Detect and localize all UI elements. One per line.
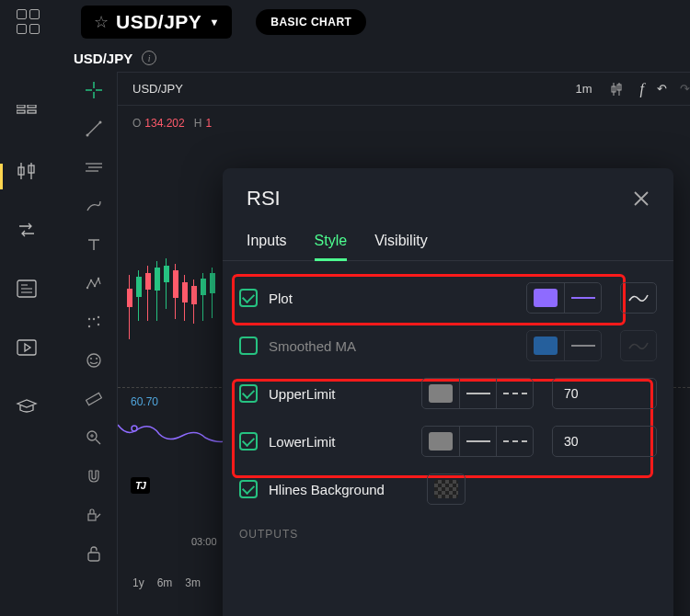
pattern-tool-icon[interactable] bbox=[85, 274, 103, 292]
left-nav bbox=[0, 72, 53, 614]
tab-inputs[interactable]: Inputs bbox=[247, 223, 287, 260]
svg-rect-2 bbox=[17, 110, 25, 113]
smoothed-style-picker[interactable] bbox=[620, 330, 657, 361]
row-upperlimit: UpperLimit bbox=[239, 370, 657, 417]
basic-chart-button[interactable]: BASIC CHART bbox=[256, 9, 366, 35]
svg-line-37 bbox=[96, 439, 100, 444]
svg-point-29 bbox=[97, 324, 98, 325]
rsi-settings-dialog: RSI Inputs Style Visibility Plot bbox=[223, 168, 673, 616]
chevron-down-icon: ▼ bbox=[209, 17, 219, 28]
redo-icon[interactable]: ↷ bbox=[680, 82, 690, 96]
row-lowerlimit: LowerLimit bbox=[239, 417, 657, 465]
ruler-tool-icon[interactable] bbox=[85, 390, 103, 408]
checkbox-upper[interactable] bbox=[239, 384, 258, 403]
timeframe-selector[interactable]: 1y6m3m bbox=[118, 576, 201, 589]
svg-point-31 bbox=[97, 316, 98, 318]
dialog-title: RSI bbox=[247, 187, 281, 211]
timeframe-label[interactable]: 1m bbox=[575, 82, 592, 96]
emoji-tool-icon[interactable] bbox=[85, 351, 103, 370]
svg-rect-1 bbox=[28, 105, 36, 108]
lower-color-line-picker[interactable] bbox=[421, 426, 534, 457]
lock-tool-icon[interactable] bbox=[85, 544, 103, 563]
svg-rect-12 bbox=[17, 340, 36, 355]
svg-rect-0 bbox=[17, 105, 25, 108]
label-hlines: Hlines Background bbox=[269, 482, 416, 497]
label-lower: LowerLimit bbox=[269, 434, 388, 450]
drawing-toolbar bbox=[70, 72, 118, 614]
ohlc-readout: O134.202 H1 bbox=[118, 106, 690, 141]
text-tool-icon[interactable] bbox=[85, 235, 103, 254]
trendline-tool-icon[interactable] bbox=[85, 120, 103, 138]
row-smoothed: Smoothed MA bbox=[239, 322, 657, 370]
svg-point-46 bbox=[132, 426, 137, 431]
tradingview-logo[interactable]: TJ bbox=[131, 477, 150, 494]
nav-watchlist-icon[interactable] bbox=[16, 101, 38, 123]
checkbox-plot[interactable] bbox=[239, 289, 258, 307]
crosshair-tool-icon[interactable] bbox=[85, 81, 103, 99]
row-hlines: Hlines Background bbox=[239, 465, 657, 513]
svg-point-25 bbox=[93, 285, 95, 287]
symbol-selector[interactable]: ☆ USD/JPY ▼ bbox=[81, 6, 232, 39]
checkbox-hlines[interactable] bbox=[239, 480, 258, 498]
upper-color-line-picker[interactable] bbox=[421, 378, 534, 409]
color-swatch-icon[interactable] bbox=[534, 337, 558, 355]
svg-rect-41 bbox=[88, 553, 99, 561]
row-plot: Plot bbox=[239, 274, 657, 322]
color-swatch-icon[interactable] bbox=[429, 432, 453, 451]
svg-point-34 bbox=[96, 358, 98, 359]
candle-type-icon[interactable] bbox=[609, 82, 627, 97]
svg-point-30 bbox=[87, 318, 89, 320]
svg-point-19 bbox=[98, 121, 101, 124]
star-icon[interactable]: ☆ bbox=[94, 12, 109, 32]
nav-video-icon[interactable] bbox=[16, 337, 38, 359]
nav-swap-icon[interactable] bbox=[16, 219, 38, 241]
upper-value-input[interactable] bbox=[552, 378, 657, 409]
svg-rect-40 bbox=[88, 514, 96, 520]
hlines-color-picker[interactable] bbox=[427, 473, 466, 505]
svg-point-28 bbox=[92, 318, 94, 320]
svg-rect-3 bbox=[28, 110, 36, 113]
plot-color-line-picker[interactable] bbox=[526, 282, 602, 314]
nav-candles-icon[interactable] bbox=[16, 160, 38, 182]
label-smoothed: Smoothed MA bbox=[269, 338, 388, 354]
zoom-tool-icon[interactable] bbox=[85, 428, 103, 447]
projection-tool-icon[interactable] bbox=[85, 313, 103, 331]
chart-title: USD/JPY bbox=[132, 82, 183, 96]
undo-icon[interactable]: ↶ bbox=[657, 82, 667, 96]
label-upper: UpperLimit bbox=[269, 386, 388, 402]
svg-line-17 bbox=[87, 122, 100, 135]
lock-pencil-tool-icon[interactable] bbox=[85, 506, 103, 524]
color-swatch-icon[interactable] bbox=[434, 480, 458, 498]
checkbox-smoothed[interactable] bbox=[239, 337, 258, 355]
plot-style-picker[interactable] bbox=[620, 282, 657, 314]
tab-visibility[interactable]: Visibility bbox=[374, 223, 428, 260]
color-swatch-icon[interactable] bbox=[534, 289, 558, 307]
tab-style[interactable]: Style bbox=[315, 223, 348, 261]
svg-point-33 bbox=[90, 358, 92, 359]
candle-chart bbox=[127, 220, 228, 312]
svg-point-27 bbox=[87, 325, 89, 327]
hlines-tool-icon[interactable] bbox=[85, 158, 103, 177]
magnet-tool-icon[interactable] bbox=[85, 467, 103, 485]
subheader-symbol: USD/JPY bbox=[74, 51, 132, 66]
svg-point-32 bbox=[87, 354, 100, 367]
dialog-tabs: Inputs Style Visibility bbox=[223, 223, 673, 261]
nav-learn-icon[interactable] bbox=[16, 395, 38, 417]
info-icon[interactable]: i bbox=[142, 51, 156, 65]
nav-news-icon[interactable] bbox=[16, 278, 38, 300]
lower-value-input[interactable] bbox=[552, 426, 657, 457]
indicators-icon[interactable]: f bbox=[640, 81, 644, 97]
brush-tool-icon[interactable] bbox=[85, 197, 103, 215]
checkbox-lower[interactable] bbox=[239, 432, 258, 451]
time-axis-label: 03:00 bbox=[191, 536, 217, 547]
close-icon[interactable] bbox=[633, 190, 650, 207]
color-swatch-icon[interactable] bbox=[429, 384, 453, 403]
svg-rect-35 bbox=[86, 393, 101, 405]
svg-point-18 bbox=[86, 134, 88, 137]
apps-grid-icon[interactable] bbox=[17, 9, 42, 35]
smoothed-color-line-picker[interactable] bbox=[526, 330, 602, 361]
label-plot: Plot bbox=[269, 291, 388, 306]
rsi-value: 60.70 bbox=[131, 395, 158, 408]
symbol-label: USD/JPY bbox=[116, 11, 201, 33]
outputs-section-label: OUTPUTS bbox=[239, 513, 657, 544]
